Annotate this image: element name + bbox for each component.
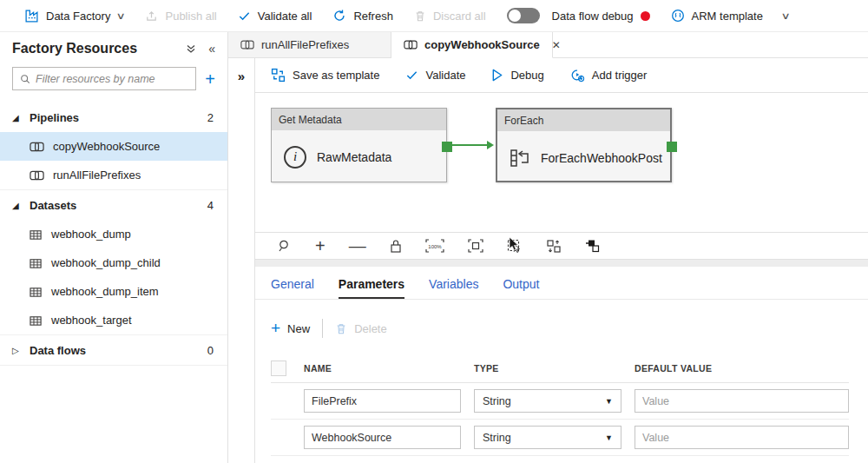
data-factory-label: Data Factory <box>46 10 110 23</box>
dataset-table-icon <box>30 286 43 298</box>
pipeline-toolbar: Save as template Validate Debug <box>255 58 868 93</box>
plus-icon: + <box>271 319 280 338</box>
chevron-down-icon: ∨ <box>116 10 126 22</box>
data-factory-menu[interactable]: Data Factory ∨ <box>24 9 124 23</box>
output-port[interactable] <box>442 142 452 152</box>
auto-align-icon[interactable] <box>546 239 562 254</box>
sidebar-item-runallfileprefixes[interactable]: runAllFilePrefixes <box>0 161 227 189</box>
save-as-template-button[interactable]: Save as template <box>271 68 379 83</box>
zoom-100-icon[interactable]: 100% <box>425 239 444 253</box>
zoom-in-icon[interactable]: + <box>315 236 326 256</box>
resource-tree: ◢ Pipelines 2 copyWebhookSource runAllFi… <box>0 103 227 366</box>
sidebar-title: Factory Resources <box>12 41 174 56</box>
expanded-triangle-icon: ◢ <box>12 201 30 210</box>
canvas-horizontal-scrollbar[interactable] <box>255 260 868 267</box>
activity-name: RawMetadata <box>317 150 391 164</box>
column-header-type: TYPE <box>474 363 635 374</box>
data-flow-debug-control: Data flow debug <box>507 8 650 23</box>
multi-select-icon[interactable] <box>507 239 523 253</box>
pipeline-canvas[interactable]: Get Metadata i RawMetadata ForEach <box>255 93 868 232</box>
debug-status-dot <box>641 11 650 21</box>
add-trigger-icon <box>570 68 585 83</box>
editor-tabbar: runAllFilePrefixes copyWebhookSource ✕ <box>228 32 868 58</box>
discard-all-button[interactable]: Discard all <box>414 10 486 23</box>
activity-node-foreach[interactable]: ForEach ForEachWebhookPost <box>496 108 672 182</box>
pipeline-icon <box>30 169 44 182</box>
publish-all-button[interactable]: Publish all <box>145 10 216 23</box>
get-metadata-icon: i <box>284 146 306 169</box>
collapse-all-icon[interactable] <box>186 43 196 54</box>
tab-copywebhooksource[interactable]: copyWebhookSource ✕ <box>391 32 553 58</box>
sidebar-item-copywebhooksource[interactable]: copyWebhookSource <box>0 132 227 161</box>
activity-name: ForEachWebhookPost <box>541 151 662 165</box>
parameter-name-input[interactable] <box>304 426 461 449</box>
sidebar-item-webhook-dump-item[interactable]: webhook_dump_item <box>0 277 227 306</box>
validate-button[interactable]: Validate <box>405 69 465 82</box>
column-header-name: NAME <box>304 363 474 374</box>
new-parameter-button[interactable]: + New <box>271 319 310 338</box>
section-data-flows[interactable]: ▷ Data flows 0 <box>0 335 227 365</box>
collapsed-triangle-icon: ▷ <box>12 346 30 355</box>
toggle-knob <box>509 10 521 22</box>
activities-panel-collapsed: » <box>228 58 255 463</box>
output-port[interactable] <box>667 142 677 152</box>
debug-button[interactable]: Debug <box>491 69 543 82</box>
tabs-divider <box>255 299 868 300</box>
dataset-table-icon <box>30 228 43 241</box>
parameter-actions: + New Delete <box>271 319 868 338</box>
chevron-down-icon: ▼ <box>605 397 613 406</box>
data-flow-debug-label: Data flow debug <box>552 10 634 23</box>
data-factory-icon <box>24 9 39 23</box>
close-tab-icon[interactable]: ✕ <box>552 39 561 51</box>
tab-runallfileprefixes[interactable]: runAllFilePrefixes <box>228 32 391 57</box>
delete-parameter-button[interactable]: Delete <box>335 322 387 335</box>
activity-type-label: ForEach <box>497 109 670 131</box>
resource-filter-input[interactable] <box>36 73 188 85</box>
pipeline-icon <box>30 141 44 153</box>
collapse-sidebar-icon[interactable]: « <box>208 42 215 56</box>
tab-parameters[interactable]: Parameters <box>339 277 404 299</box>
data-flows-count: 0 <box>207 344 214 357</box>
zoom-to-fit-icon[interactable] <box>468 239 483 253</box>
activity-node-get-metadata[interactable]: Get Metadata i RawMetadata <box>271 108 447 182</box>
parameter-type-select[interactable]: String ▼ <box>474 389 621 413</box>
play-icon <box>491 69 503 82</box>
tab-variables[interactable]: Variables <box>429 277 478 299</box>
section-datasets[interactable]: ◢ Datasets 4 <box>0 190 227 220</box>
sidebar-item-webhook-dump-child[interactable]: webhook_dump_child <box>0 248 227 277</box>
show-flowchart-icon[interactable] <box>585 239 600 253</box>
datasets-count: 4 <box>207 199 214 212</box>
chevron-down-icon: ▼ <box>605 433 613 442</box>
sidebar-item-webhook-target[interactable]: webhook_target <box>0 306 227 334</box>
top-toolbar: Data Factory ∨ Publish all Validate all … <box>0 0 868 32</box>
zoom-out-icon[interactable]: — <box>349 236 366 256</box>
pipeline-icon <box>404 39 418 50</box>
activity-type-label: Get Metadata <box>272 109 446 130</box>
parameter-type-select[interactable]: String ▼ <box>474 426 621 449</box>
parameter-default-value-input[interactable] <box>635 426 849 449</box>
select-all-checkbox[interactable] <box>271 360 286 376</box>
canvas-zoom-toolbar: + — 100% <box>255 232 868 260</box>
tab-general[interactable]: General <box>271 277 314 299</box>
parameters-table: NAME TYPE DEFAULT VALUE String ▼ <box>271 354 868 456</box>
parameter-name-input[interactable] <box>304 389 461 413</box>
checkmark-icon <box>238 10 251 23</box>
section-pipelines[interactable]: ◢ Pipelines 2 <box>0 103 227 132</box>
arm-template-menu[interactable]: ARM template ∨ <box>671 9 789 23</box>
tab-output[interactable]: Output <box>503 277 539 299</box>
expand-activities-icon[interactable]: » <box>238 69 245 83</box>
dataset-table-icon <box>30 314 43 327</box>
add-trigger-button[interactable]: Add trigger <box>570 68 648 83</box>
search-zoom-icon[interactable] <box>278 239 292 253</box>
lock-canvas-icon[interactable] <box>390 239 402 253</box>
add-resource-button[interactable]: + <box>205 70 215 88</box>
column-header-default-value: DEFAULT VALUE <box>635 363 849 374</box>
refresh-button[interactable]: Refresh <box>332 9 393 23</box>
publish-icon <box>145 10 158 23</box>
validate-all-button[interactable]: Validate all <box>238 10 312 23</box>
parameter-default-value-input[interactable] <box>635 389 849 413</box>
data-flow-debug-toggle[interactable] <box>507 8 540 23</box>
factory-resources-sidebar: Factory Resources « + ◢ Pipelines 2 <box>0 32 228 463</box>
pipeline-config-panel: General Parameters Variables Output + Ne… <box>255 267 868 463</box>
sidebar-item-webhook-dump[interactable]: webhook_dump <box>0 220 227 248</box>
